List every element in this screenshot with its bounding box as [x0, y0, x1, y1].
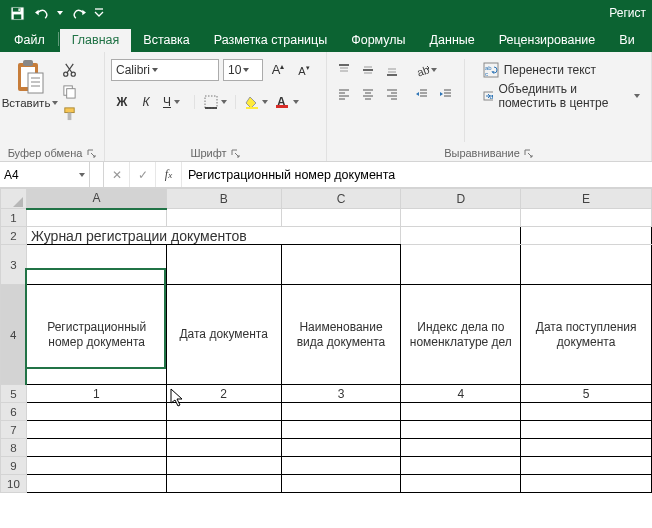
row-header[interactable]: 10 — [1, 475, 27, 493]
redo-icon[interactable] — [68, 2, 90, 24]
cell[interactable] — [521, 403, 652, 421]
cell[interactable] — [166, 475, 281, 493]
table-header-cell[interactable]: Наименование вида документа — [281, 285, 401, 385]
alignment-dialog-launcher-icon[interactable] — [524, 148, 534, 158]
cell[interactable] — [166, 421, 281, 439]
cell[interactable] — [401, 439, 521, 457]
undo-dropdown-icon[interactable] — [54, 2, 66, 24]
align-middle-icon[interactable] — [357, 59, 379, 81]
cell[interactable] — [26, 457, 166, 475]
cell[interactable] — [401, 475, 521, 493]
tab-file[interactable]: Файл — [2, 29, 57, 52]
cell[interactable]: 1 — [26, 385, 166, 403]
cell[interactable] — [26, 245, 166, 285]
cell[interactable] — [401, 403, 521, 421]
cell[interactable] — [521, 245, 652, 285]
align-top-icon[interactable] — [333, 59, 355, 81]
cell[interactable] — [281, 475, 401, 493]
enter-formula-icon[interactable]: ✓ — [130, 162, 156, 187]
save-icon[interactable] — [6, 2, 28, 24]
italic-button[interactable]: К — [135, 91, 157, 113]
row-header[interactable]: 4 — [1, 285, 27, 385]
select-all-corner[interactable] — [1, 189, 27, 209]
col-header-C[interactable]: C — [281, 189, 401, 209]
font-size-combo[interactable]: 10 — [223, 59, 263, 81]
cell[interactable] — [166, 403, 281, 421]
paste-button[interactable]: Вставить — [6, 55, 54, 109]
decrease-indent-icon[interactable] — [411, 83, 433, 105]
clipboard-dialog-launcher-icon[interactable] — [86, 148, 96, 158]
cell[interactable] — [521, 439, 652, 457]
tab-page-layout[interactable]: Разметка страницы — [202, 29, 339, 52]
cell[interactable]: 2 — [166, 385, 281, 403]
row-header[interactable]: 3 — [1, 245, 27, 285]
cells-grid[interactable]: A B C D E 1 2 Журнал регистрации докумен… — [0, 188, 652, 493]
cell[interactable]: 4 — [401, 385, 521, 403]
tab-review[interactable]: Рецензирование — [487, 29, 608, 52]
cell[interactable] — [401, 421, 521, 439]
row-header[interactable]: 1 — [1, 209, 27, 227]
tab-insert[interactable]: Вставка — [131, 29, 201, 52]
decrease-font-icon[interactable]: A▾ — [293, 59, 315, 81]
cell[interactable] — [26, 403, 166, 421]
cell[interactable]: 5 — [521, 385, 652, 403]
font-dialog-launcher-icon[interactable] — [231, 148, 241, 158]
cell[interactable] — [166, 209, 281, 227]
col-header-B[interactable]: B — [166, 189, 281, 209]
document-title-cell[interactable]: Журнал регистрации документов — [26, 227, 400, 245]
row-header[interactable]: 5 — [1, 385, 27, 403]
cell[interactable] — [281, 421, 401, 439]
cell[interactable] — [401, 209, 521, 227]
cell[interactable] — [521, 475, 652, 493]
wrap-text-button[interactable]: abc Перенести текст — [478, 59, 645, 81]
align-bottom-icon[interactable] — [381, 59, 403, 81]
borders-icon[interactable] — [200, 91, 230, 113]
tab-home[interactable]: Главная — [60, 29, 132, 52]
cancel-formula-icon[interactable]: ✕ — [104, 162, 130, 187]
chevron-down-icon[interactable] — [243, 68, 249, 72]
row-header[interactable]: 8 — [1, 439, 27, 457]
worksheet[interactable]: A B C D E 1 2 Журнал регистрации докумен… — [0, 188, 652, 493]
cell[interactable] — [401, 245, 521, 285]
font-color-icon[interactable]: A — [273, 91, 303, 113]
copy-icon[interactable] — [58, 81, 80, 101]
name-box-input[interactable] — [4, 168, 64, 182]
cell[interactable] — [521, 457, 652, 475]
chevron-down-icon[interactable] — [79, 173, 85, 177]
cell[interactable] — [401, 227, 521, 245]
formula-input[interactable] — [182, 162, 652, 187]
cell[interactable] — [521, 421, 652, 439]
row-header[interactable]: 9 — [1, 457, 27, 475]
table-header-cell[interactable]: Индекс дела по номенклатуре дел — [401, 285, 521, 385]
cell[interactable]: 3 — [281, 385, 401, 403]
increase-font-icon[interactable]: A▴ — [267, 59, 289, 81]
name-box[interactable] — [0, 162, 90, 187]
cell[interactable] — [166, 439, 281, 457]
cell[interactable] — [281, 209, 401, 227]
cell[interactable] — [281, 403, 401, 421]
cell[interactable] — [26, 439, 166, 457]
merge-center-button[interactable]: a Объединить и поместить в центре — [478, 85, 645, 107]
cut-icon[interactable] — [58, 59, 80, 79]
chevron-down-icon[interactable] — [152, 68, 158, 72]
align-center-icon[interactable] — [357, 83, 379, 105]
cell[interactable] — [26, 421, 166, 439]
underline-button[interactable]: Ч — [159, 91, 189, 113]
bold-button[interactable]: Ж — [111, 91, 133, 113]
cell[interactable] — [166, 245, 281, 285]
align-left-icon[interactable] — [333, 83, 355, 105]
fill-color-icon[interactable] — [241, 91, 271, 113]
cell[interactable] — [281, 245, 401, 285]
cell[interactable] — [521, 209, 652, 227]
format-painter-icon[interactable] — [58, 103, 80, 123]
tab-formulas[interactable]: Формулы — [339, 29, 417, 52]
cell[interactable] — [401, 457, 521, 475]
font-name-combo[interactable]: Calibri — [111, 59, 219, 81]
col-header-E[interactable]: E — [521, 189, 652, 209]
table-header-cell[interactable]: Дата документа — [166, 285, 281, 385]
tab-view[interactable]: Ви — [607, 29, 646, 52]
orientation-icon[interactable]: ab — [411, 59, 443, 81]
col-header-A[interactable]: A — [26, 189, 166, 209]
cell[interactable] — [281, 439, 401, 457]
undo-icon[interactable] — [30, 2, 52, 24]
